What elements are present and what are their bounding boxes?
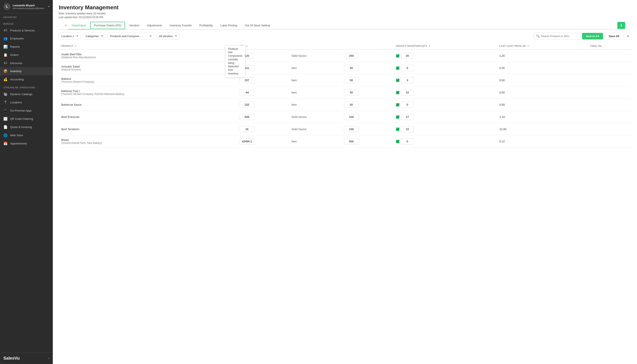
sidebar-item-on-premise-apps[interactable]: 📱 On-Premise Apps [0, 106, 53, 115]
accounting-icon: 💰 [4, 78, 8, 82]
vendors-filter[interactable]: All Vendors [156, 33, 179, 40]
web-store-icon: 🌐 [4, 133, 8, 137]
product-vendor: (Arizona Animal Farm, Sara Bakery) [61, 142, 235, 144]
low-qty-input[interactable] [344, 102, 359, 108]
deduct-checkbox[interactable] [396, 115, 399, 119]
cost-cell: 0.50 [497, 86, 588, 99]
deduct-qty-input[interactable] [401, 90, 414, 96]
tab-inventory-transfer[interactable]: Inventory Transfer [166, 22, 195, 29]
sidebar-item-discounts[interactable]: 🏷 Discounts [0, 59, 53, 67]
product-vendor: (Yvonne's Dessert Company) [61, 80, 235, 83]
low-qty-cell [341, 123, 393, 136]
cost-cell: 1.20 [497, 50, 588, 62]
search-input[interactable] [534, 33, 580, 40]
cost-value: 0.50 [500, 91, 505, 94]
sidebar-item-web-store[interactable]: 🌐 Web Store [0, 131, 53, 140]
inventory-note: Note: Inventory updates every 10 minutes… [59, 12, 631, 15]
qty-input[interactable] [240, 126, 254, 132]
sidebar-item-orders[interactable]: 📋 Orders [0, 51, 53, 59]
product-cell: Beef Tendeloin [59, 123, 237, 136]
deduct-qty-input[interactable] [401, 138, 414, 144]
sidebar-header[interactable]: L Leonardo Bryant ahmetsalesvusuppport@s… [0, 0, 53, 13]
deduct-qty-input[interactable] [401, 65, 414, 71]
filters-bar: Location 1 Categories Products and Compo… [53, 30, 637, 42]
qty-cell [237, 99, 289, 111]
inventory-icon: 📦 [4, 69, 8, 73]
sidebar-item-reports[interactable]: 📊 Reports [0, 42, 53, 51]
sidebar-item-label: Orders [10, 53, 19, 56]
col-header-cost: LAST COST PRICE ($) ⇅ [497, 42, 588, 50]
products-icon: 🏷 [4, 28, 8, 32]
low-qty-input[interactable] [344, 138, 359, 144]
qty-input[interactable] [240, 138, 254, 144]
product-cell: Avocado Salad (Natural Grocers) [59, 62, 237, 74]
tab-view-adjust[interactable]: View/Adjust [68, 22, 90, 30]
deduct-cell [393, 136, 497, 148]
low-qty-cell [341, 99, 393, 111]
collapse-button[interactable]: ‹ [48, 356, 49, 360]
sidebar-item-qr-code[interactable]: ⬜ QR Code Ordering [0, 115, 53, 123]
page-title: Inventory Management [59, 4, 631, 11]
table-row: Bread (Arizona Animal Farm, Sara Bakery)… [59, 136, 631, 148]
deduct-checkbox[interactable] [396, 103, 399, 106]
qty-input[interactable] [240, 114, 254, 120]
qty-input[interactable] [240, 77, 254, 83]
deduct-qty-input[interactable] [401, 114, 414, 120]
low-qty-input[interactable] [344, 77, 359, 83]
table-body: Asado Beef Ribs (Alabama Rice Manufactur… [59, 50, 631, 148]
more-options-button[interactable]: ▾ [625, 32, 631, 40]
cost-cell: 0.25 [497, 62, 588, 74]
deduct-checkbox[interactable] [396, 140, 399, 143]
sidebar-item-employees[interactable]: 👥 Employees [0, 34, 53, 42]
low-qty-input[interactable] [344, 65, 359, 71]
location-filter[interactable]: Location 1 [59, 33, 81, 40]
main-content: Inventory Management Note: Inventory upd… [53, 0, 637, 364]
tab-out-of-stock[interactable]: Out Of Stock Setting [241, 22, 274, 29]
deduct-qty-input[interactable] [401, 77, 414, 83]
deduct-checkbox[interactable] [396, 54, 399, 58]
deduct-checkbox[interactable] [396, 128, 399, 131]
tabs-bar: ★ View/Adjust Purchase Orders (PO) Vendo… [59, 22, 631, 30]
sidebar-item-products-services[interactable]: 🏷 Products & Services [0, 26, 53, 34]
low-qty-cell [341, 62, 393, 74]
tab-adjustments[interactable]: Adjustments [143, 22, 166, 29]
user-name: Leonardo Bryant [13, 4, 48, 7]
col-header-low-qty [341, 42, 393, 50]
save-all-button[interactable]: Save All [605, 33, 623, 40]
tab-vendors[interactable]: Vendors [125, 22, 143, 29]
sidebar-item-dynamic-catalogs[interactable]: 📚 Dynamic Catalogs [0, 90, 53, 98]
sidebar-item-accounting[interactable]: 💰 Accounting [0, 75, 53, 84]
unit-cell: Item [289, 86, 341, 99]
sidebar-item-label: Employees [10, 37, 24, 40]
low-qty-input[interactable] [344, 126, 359, 132]
tooltip: Products and Components currently being … [225, 45, 245, 78]
download-button[interactable]: ⬇ [617, 22, 625, 29]
cost-cell: 0.50 [497, 74, 588, 86]
low-qty-input[interactable] [344, 53, 359, 59]
deduct-qty-input[interactable] [401, 53, 414, 59]
deduct-checkbox[interactable] [396, 91, 399, 94]
products-components-filter[interactable]: Products and Compone... [108, 33, 154, 40]
sidebar-item-inventory[interactable]: 📦 Inventory [0, 67, 53, 75]
tab-profitability[interactable]: Profitability [195, 22, 217, 29]
avatar: L [4, 3, 11, 10]
product-cell: Bread (Arizona Animal Farm, Sara Bakery) [59, 136, 237, 148]
product-vendor: (Yvonne's Dessert Company, Rocheli Patis… [61, 92, 235, 96]
sidebar-item-locations[interactable]: 📍 Locations [0, 98, 53, 106]
categories-filter[interactable]: Categories [83, 33, 105, 40]
sidebar-item-quote-invoicing[interactable]: 📄 Quote & Invoicing [0, 123, 53, 131]
low-qty-input[interactable] [344, 90, 359, 96]
low-qty-input[interactable] [344, 114, 359, 120]
search-all-button[interactable]: Search All [582, 33, 603, 40]
deduct-checkbox[interactable] [396, 66, 399, 70]
qr-code-icon: ⬜ [4, 117, 8, 121]
sort-icon: ⇅ [75, 45, 77, 47]
tab-purchase-orders[interactable]: Purchase Orders (PO) [90, 22, 125, 29]
qty-input[interactable] [240, 90, 254, 96]
qty-input[interactable] [240, 102, 254, 108]
tab-label-printing[interactable]: Label Printing [217, 22, 241, 29]
deduct-checkbox[interactable] [396, 79, 399, 82]
deduct-qty-input[interactable] [401, 126, 414, 132]
sidebar-item-appointments[interactable]: 📅 Appointments [0, 140, 53, 148]
deduct-qty-input[interactable] [401, 102, 414, 108]
